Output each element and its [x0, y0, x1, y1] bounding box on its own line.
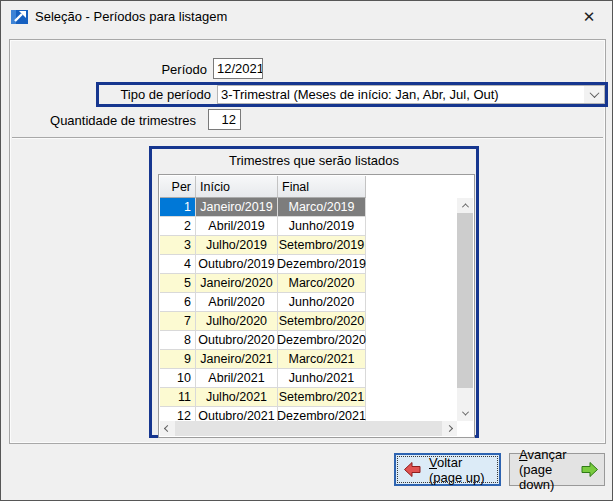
cell-inicio[interactable]: Abril/2019: [196, 217, 278, 236]
window-title: Seleção - Períodos para listagem: [35, 1, 227, 32]
cell-inicio[interactable]: Abril/2021: [196, 369, 278, 388]
cell-inicio[interactable]: Janeiro/2021: [196, 350, 278, 369]
grid-header: Per Início Final: [160, 176, 366, 198]
cell-final[interactable]: Marco/2019: [278, 198, 366, 217]
grid-rows: 1Janeiro/2019Marco/20192Abril/2019Junho/…: [160, 198, 366, 426]
cell-per[interactable]: 4: [160, 255, 196, 274]
horizontal-scroll-thumb[interactable]: [175, 421, 442, 436]
scroll-up-icon[interactable]: [457, 198, 473, 213]
cell-final[interactable]: Junho/2021: [278, 369, 366, 388]
close-button[interactable]: ✕: [566, 1, 612, 32]
cell-final[interactable]: Junho/2020: [278, 293, 366, 312]
vertical-scrollbar[interactable]: [457, 198, 473, 421]
cell-inicio[interactable]: Janeiro/2019: [196, 198, 278, 217]
column-header-per[interactable]: Per: [160, 176, 196, 198]
avancar-label: Avançar: [519, 447, 574, 462]
cell-per[interactable]: 7: [160, 312, 196, 331]
tipo-periodo-label: Tipo de período: [99, 87, 211, 102]
cell-final[interactable]: Dezembro/2019: [278, 255, 366, 274]
cell-final[interactable]: Setembro/2020: [278, 312, 366, 331]
tipo-periodo-value: 3-Trimestral (Meses de início: Jan, Abr,…: [218, 87, 584, 102]
back-arrow-icon: [404, 462, 421, 477]
cell-per[interactable]: 11: [160, 388, 196, 407]
cell-inicio[interactable]: Julho/2019: [196, 236, 278, 255]
app-chart-arrow-icon: [11, 9, 28, 24]
voltar-label: Voltar: [429, 455, 485, 470]
grid-scroll-container: Per Início Final 1Janeiro/2019Marco/2019…: [158, 174, 475, 438]
column-header-final[interactable]: Final: [278, 176, 366, 198]
cell-final[interactable]: Setembro/2021: [278, 388, 366, 407]
periodo-input[interactable]: [213, 58, 263, 79]
cell-per[interactable]: 6: [160, 293, 196, 312]
cell-inicio[interactable]: Julho/2020: [196, 312, 278, 331]
cell-inicio[interactable]: Abril/2020: [196, 293, 278, 312]
column-header-inicio[interactable]: Início: [196, 176, 278, 198]
cell-final[interactable]: Junho/2019: [278, 217, 366, 236]
cell-final[interactable]: Marco/2020: [278, 274, 366, 293]
cell-inicio[interactable]: Outubro/2020: [196, 331, 278, 350]
trimestres-group: Trimestres que serão listados Per Início…: [149, 146, 479, 438]
cell-per[interactable]: 1: [160, 198, 196, 217]
voltar-sublabel: (page up): [429, 470, 485, 485]
quantidade-input[interactable]: [208, 109, 241, 130]
table-row[interactable]: 6Abril/2020Junho/2020: [160, 293, 366, 312]
avancar-sublabel: (page down): [519, 462, 574, 492]
tipo-periodo-select[interactable]: 3-Trimestral (Meses de início: Jan, Abr,…: [217, 85, 605, 104]
content-panel: Período Tipo de período 3-Trimestral (Me…: [9, 39, 606, 444]
horizontal-scrollbar[interactable]: [160, 421, 457, 436]
cell-inicio[interactable]: Janeiro/2020: [196, 274, 278, 293]
cell-final[interactable]: Setembro/2019: [278, 236, 366, 255]
scroll-down-icon[interactable]: [457, 406, 473, 421]
scroll-left-icon[interactable]: [160, 421, 175, 436]
cell-per[interactable]: 10: [160, 369, 196, 388]
voltar-button[interactable]: Voltar (page up): [394, 453, 501, 486]
cell-per[interactable]: 8: [160, 331, 196, 350]
table-row[interactable]: 8Outubro/2020Dezembro/2020: [160, 331, 366, 350]
table-row[interactable]: 5Janeiro/2020Marco/2020: [160, 274, 366, 293]
voltar-button-text: Voltar (page up): [429, 455, 485, 485]
dialog-window: Seleção - Períodos para listagem ✕ Perío…: [0, 0, 613, 501]
periodo-label: Período: [10, 62, 207, 77]
table-row[interactable]: 3Julho/2019Setembro/2019: [160, 236, 366, 255]
cell-inicio[interactable]: Outubro/2019: [196, 255, 278, 274]
table-row[interactable]: 1Janeiro/2019Marco/2019: [160, 198, 366, 217]
group-title: Trimestres que serão listados: [152, 149, 476, 170]
title-bar: Seleção - Períodos para listagem ✕: [1, 1, 612, 32]
table-row[interactable]: 4Outubro/2019Dezembro/2019: [160, 255, 366, 274]
scroll-right-icon[interactable]: [442, 421, 457, 436]
table-row[interactable]: 2Abril/2019Junho/2019: [160, 217, 366, 236]
vertical-scroll-thumb[interactable]: [457, 213, 473, 388]
avancar-button-text: Avançar (page down): [519, 447, 574, 492]
quantidade-label: Quantidade de trimestres: [10, 113, 196, 128]
chevron-down-icon[interactable]: [584, 86, 604, 103]
table-row[interactable]: 11Julho/2021Setembro/2021: [160, 388, 366, 407]
tipo-periodo-row: Tipo de período 3-Trimestral (Meses de i…: [96, 82, 608, 107]
cell-per[interactable]: 5: [160, 274, 196, 293]
cell-per[interactable]: 9: [160, 350, 196, 369]
cell-final[interactable]: Dezembro/2020: [278, 331, 366, 350]
cell-final[interactable]: Marco/2021: [278, 350, 366, 369]
cell-per[interactable]: 3: [160, 236, 196, 255]
forward-arrow-icon: [581, 462, 598, 477]
table-row[interactable]: 7Julho/2020Setembro/2020: [160, 312, 366, 331]
section-divider: [12, 137, 603, 139]
table-row[interactable]: 9Janeiro/2021Marco/2021: [160, 350, 366, 369]
avancar-button[interactable]: Avançar (page down): [509, 453, 605, 486]
table-row[interactable]: 10Abril/2021Junho/2021: [160, 369, 366, 388]
cell-inicio[interactable]: Julho/2021: [196, 388, 278, 407]
cell-per[interactable]: 2: [160, 217, 196, 236]
